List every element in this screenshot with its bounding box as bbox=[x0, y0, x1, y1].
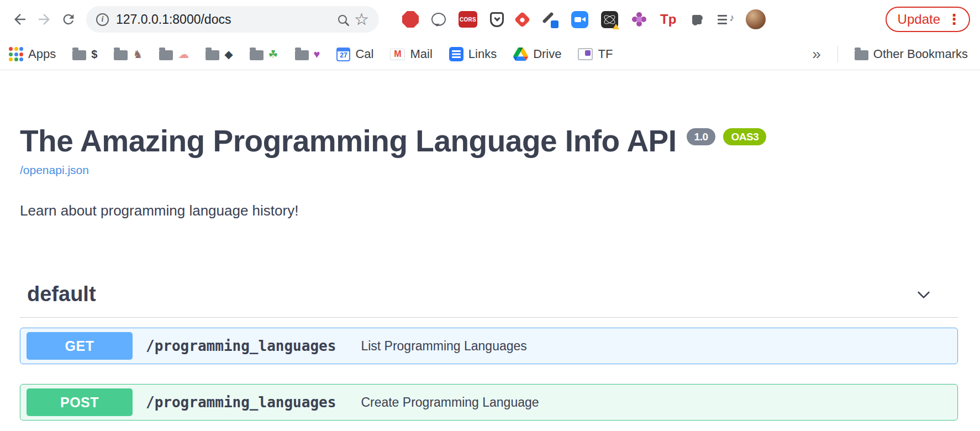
folder-label: ♥ bbox=[314, 49, 320, 60]
calendar-date: 27 bbox=[340, 51, 347, 60]
tp-extension-icon[interactable]: Tp bbox=[660, 12, 676, 27]
url-text[interactable]: 127.0.0.1:8000/docs bbox=[116, 12, 231, 27]
api-description: Learn about programming language history… bbox=[20, 202, 958, 219]
swagger-docs-page: The Amazing Programming Language Info AP… bbox=[0, 123, 980, 421]
tag-section-header[interactable]: default bbox=[20, 282, 958, 318]
endpoint-summary: List Programming Languages bbox=[361, 339, 526, 354]
bookmark-folder-brain[interactable]: ☁ bbox=[159, 48, 189, 60]
reload-button[interactable] bbox=[56, 7, 81, 31]
bookmark-label: Links bbox=[468, 47, 497, 61]
bookmarks-bar: Apps $ ♞ ☁ ◆ ☘ ♥ 27 Cal M Mail Links bbox=[0, 39, 980, 70]
endpoint-path: /programming_languages bbox=[146, 394, 336, 411]
color-picker-extension-icon[interactable] bbox=[541, 10, 559, 28]
stop-sign-extension-icon[interactable] bbox=[402, 11, 419, 28]
bookmark-folder-herb[interactable]: ☘ bbox=[250, 48, 278, 60]
folder-label: ☁ bbox=[178, 49, 189, 60]
folder-icon bbox=[72, 50, 86, 60]
address-bar[interactable]: i 127.0.0.1:8000/docs ☆ bbox=[86, 6, 379, 33]
folder-label: $ bbox=[91, 49, 97, 60]
other-bookmarks[interactable]: Other Bookmarks bbox=[855, 47, 968, 61]
bookmark-folder-dollar[interactable]: $ bbox=[72, 48, 97, 60]
music-note-icon: ♪ bbox=[729, 12, 734, 24]
endpoint-row-post[interactable]: POST /programming_languages Create Progr… bbox=[20, 384, 958, 421]
bookmarks-divider bbox=[837, 46, 838, 62]
bookmark-tf[interactable]: TF bbox=[578, 47, 613, 61]
folder-icon bbox=[159, 50, 173, 60]
kebab-menu-icon[interactable]: ⋮ bbox=[947, 12, 961, 27]
bookmark-drive[interactable]: Drive bbox=[513, 47, 561, 61]
apps-shortcut[interactable]: Apps bbox=[9, 47, 56, 61]
bookmark-label: Drive bbox=[533, 47, 561, 61]
bookmarks-overflow-chevron[interactable]: » bbox=[812, 46, 821, 62]
chat-bubble-extension-icon[interactable] bbox=[431, 13, 446, 26]
bookmark-mail[interactable]: M Mail bbox=[390, 47, 432, 61]
shield-extension-icon[interactable] bbox=[490, 12, 504, 27]
endpoint-path: /programming_languages bbox=[146, 338, 336, 354]
tf-bookmark-icon bbox=[578, 48, 593, 60]
title-badges: 1.0 OAS3 bbox=[687, 128, 767, 145]
purple-flower-extension-icon[interactable] bbox=[636, 17, 642, 22]
version-badge: 1.0 bbox=[687, 128, 716, 145]
calendar-icon: 27 bbox=[336, 48, 350, 61]
apps-label: Apps bbox=[28, 47, 56, 61]
cors-extension-icon[interactable]: CORS bbox=[459, 11, 477, 28]
forward-arrow-icon bbox=[36, 11, 52, 28]
folder-icon bbox=[855, 50, 868, 60]
zoom-search-icon[interactable] bbox=[338, 15, 347, 24]
red-diamond-extension-icon[interactable] bbox=[514, 11, 531, 28]
links-icon bbox=[449, 47, 463, 61]
gmail-m-glyph: M bbox=[394, 50, 401, 59]
tag-section-title: default bbox=[27, 282, 96, 306]
browser-toolbar: i 127.0.0.1:8000/docs ☆ CORS Tp ♪ Update… bbox=[0, 0, 980, 39]
extensions-puzzle-icon[interactable] bbox=[692, 15, 702, 24]
collapse-section-button[interactable] bbox=[915, 286, 932, 303]
api-info-block: The Amazing Programming Language Info AP… bbox=[20, 123, 958, 219]
browser-update-button[interactable]: Update ⋮ bbox=[886, 7, 970, 32]
folder-icon bbox=[114, 50, 128, 60]
bookmark-label: Cal bbox=[355, 47, 373, 61]
site-info-icon[interactable]: i bbox=[96, 13, 109, 26]
page-title: The Amazing Programming Language Info AP… bbox=[20, 123, 677, 159]
chevron-down-icon bbox=[494, 15, 500, 21]
bubble-tail bbox=[434, 24, 440, 29]
bookmark-star-icon[interactable]: ☆ bbox=[354, 11, 369, 28]
bookmark-label: TF bbox=[598, 47, 613, 61]
warning-triangle-icon bbox=[613, 24, 619, 29]
forward-button[interactable] bbox=[32, 7, 56, 31]
profile-avatar[interactable] bbox=[746, 9, 766, 29]
gmail-icon: M bbox=[390, 49, 405, 60]
bookmark-folder-graduation[interactable]: ◆ bbox=[206, 48, 233, 60]
back-arrow-icon bbox=[12, 11, 28, 28]
apps-grid-icon bbox=[9, 47, 23, 61]
folder-icon bbox=[295, 50, 309, 60]
chevron-down-icon bbox=[915, 286, 932, 303]
media-queue-extension-icon[interactable]: ♪ bbox=[718, 13, 733, 25]
folder-label: ♞ bbox=[133, 49, 143, 60]
bookmark-calendar[interactable]: 27 Cal bbox=[336, 47, 373, 61]
other-bookmarks-label: Other Bookmarks bbox=[873, 47, 968, 61]
folder-icon bbox=[250, 50, 264, 60]
video-camera-extension-icon[interactable] bbox=[571, 11, 588, 28]
reload-icon bbox=[61, 12, 76, 27]
google-drive-icon bbox=[513, 48, 528, 61]
bookmark-folder-heart[interactable]: ♥ bbox=[295, 48, 320, 60]
back-button[interactable] bbox=[8, 7, 32, 31]
extensions-area: CORS Tp ♪ bbox=[402, 9, 766, 29]
endpoint-row-get[interactable]: GET /programming_languages List Programm… bbox=[20, 328, 958, 364]
update-label: Update bbox=[898, 12, 940, 27]
bookmark-links[interactable]: Links bbox=[449, 47, 497, 61]
oas3-badge: OAS3 bbox=[723, 128, 766, 145]
openapi-json-link[interactable]: /openapi.json bbox=[20, 164, 89, 177]
bookmark-label: Mail bbox=[410, 47, 432, 61]
atom-extension-icon[interactable] bbox=[601, 11, 618, 28]
endpoint-summary: Create Programming Language bbox=[361, 395, 539, 410]
folder-icon bbox=[206, 50, 219, 60]
post-method-badge: POST bbox=[27, 388, 133, 416]
get-method-badge: GET bbox=[27, 332, 133, 360]
bookmark-folder-horse[interactable]: ♞ bbox=[114, 48, 143, 60]
folder-label: ◆ bbox=[224, 49, 233, 60]
folder-label: ☘ bbox=[268, 49, 278, 60]
